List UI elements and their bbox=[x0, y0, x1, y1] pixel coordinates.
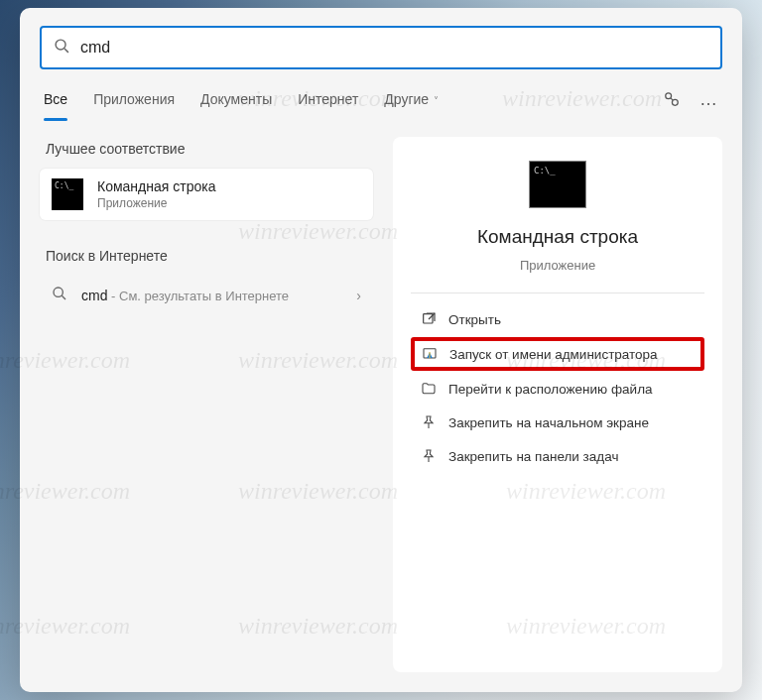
body: Лучшее соответствие C:\_ Командная строк… bbox=[40, 137, 722, 672]
chevron-right-icon: › bbox=[356, 288, 361, 303]
web-text: cmd - См. результаты в Интернете bbox=[81, 288, 289, 303]
tabs: Все Приложения Документы Интернет Другие… bbox=[44, 87, 439, 111]
tabs-row: Все Приложения Документы Интернет Другие… bbox=[40, 87, 722, 111]
result-text: Командная строка Приложение bbox=[97, 178, 215, 210]
tab-more[interactable]: Другие ˅ bbox=[384, 87, 439, 111]
action-run-as-admin[interactable]: Запуск от имени администратора bbox=[411, 337, 704, 371]
action-open-file-location[interactable]: Перейти к расположению файла bbox=[411, 373, 704, 405]
svg-line-1 bbox=[64, 48, 68, 52]
action-list: Открыть Запуск от имени администратора П… bbox=[411, 292, 704, 472]
action-pin-start[interactable]: Закрепить на начальном экране bbox=[411, 407, 704, 438]
cmd-icon: C:\_ bbox=[52, 178, 83, 210]
action-open[interactable]: Открыть bbox=[411, 303, 704, 335]
tab-apps[interactable]: Приложения bbox=[93, 87, 175, 111]
web-section: Поиск в Интернете cmd - См. результаты в… bbox=[40, 244, 373, 315]
search-panel: Все Приложения Документы Интернет Другие… bbox=[20, 8, 742, 692]
more-options-icon[interactable]: … bbox=[699, 90, 718, 108]
svg-rect-7 bbox=[424, 314, 433, 323]
result-subtitle: Приложение bbox=[97, 196, 215, 210]
result-title: Командная строка bbox=[97, 178, 215, 194]
svg-point-5 bbox=[54, 288, 63, 296]
tab-documents[interactable]: Документы bbox=[200, 87, 272, 111]
tab-web[interactable]: Интернет bbox=[298, 87, 358, 111]
best-match-heading: Лучшее соответствие bbox=[40, 137, 373, 169]
chevron-down-icon: ˅ bbox=[431, 95, 439, 106]
svg-point-3 bbox=[672, 99, 678, 105]
svg-point-2 bbox=[666, 93, 672, 99]
preview-title: Командная строка bbox=[477, 226, 638, 248]
search-box[interactable] bbox=[40, 26, 722, 69]
web-search-item[interactable]: cmd - См. результаты в Интернете › bbox=[40, 276, 373, 315]
recent-searches-icon[interactable] bbox=[662, 89, 682, 109]
search-icon bbox=[52, 286, 67, 305]
cmd-icon: C:\_ bbox=[529, 161, 586, 208]
tab-all[interactable]: Все bbox=[44, 87, 67, 111]
tabs-right: … bbox=[662, 89, 718, 109]
svg-line-6 bbox=[62, 295, 65, 299]
web-search-heading: Поиск в Интернете bbox=[40, 244, 373, 276]
action-pin-taskbar[interactable]: Закрепить на панели задач bbox=[411, 440, 704, 472]
search-icon bbox=[54, 38, 70, 58]
best-match-result[interactable]: C:\_ Командная строка Приложение bbox=[40, 169, 373, 220]
preview-subtitle: Приложение bbox=[520, 258, 595, 273]
preview-pane: C:\_ Командная строка Приложение Открыть… bbox=[393, 137, 722, 672]
search-input[interactable] bbox=[80, 39, 708, 57]
left-column: Лучшее соответствие C:\_ Командная строк… bbox=[40, 137, 373, 672]
svg-point-0 bbox=[56, 40, 65, 50]
preview-header: C:\_ Командная строка Приложение bbox=[411, 161, 704, 292]
svg-line-4 bbox=[671, 98, 673, 100]
